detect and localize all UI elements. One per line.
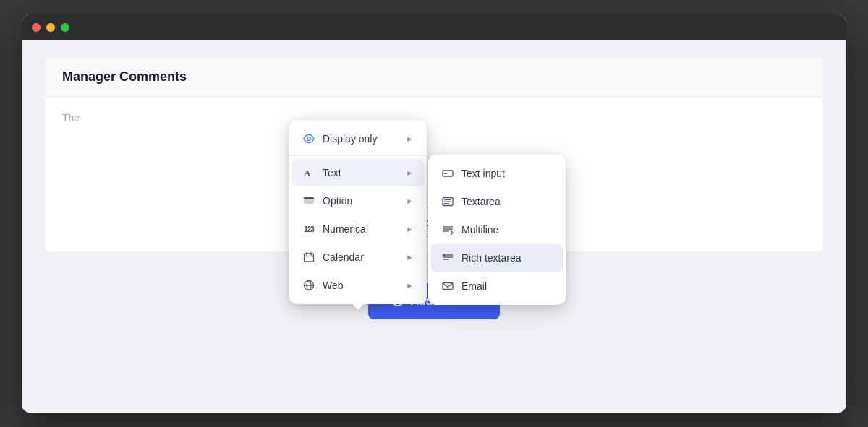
close-button[interactable] [32, 23, 41, 32]
email-icon [441, 280, 454, 293]
svg-point-3 [307, 137, 311, 141]
submenu-item-email[interactable]: Email [431, 272, 563, 300]
dropdown-container: Display only ► A Text ► [289, 120, 566, 305]
multiline-icon [441, 223, 454, 236]
multiline-label: Multiline [461, 224, 553, 236]
calendar-label: Calendar [323, 251, 399, 263]
maximize-button[interactable] [61, 23, 69, 32]
section-header: Manager Comments [45, 58, 823, 97]
submenu-item-multiline[interactable]: Multiline [431, 216, 563, 243]
svg-rect-9 [305, 254, 314, 262]
rich-textarea-icon [441, 251, 454, 264]
app-window: Manager Comments The Add element [22, 14, 846, 413]
svg-rect-7 [304, 202, 314, 202]
display-only-arrow: ► [406, 134, 414, 143]
menu-item-web[interactable]: Web ► [292, 272, 424, 299]
calendar-arrow: ► [406, 253, 414, 262]
text-input-label: Text input [461, 168, 553, 179]
title-bar [22, 14, 846, 40]
numerical-label: Numerical [323, 223, 399, 235]
textarea-label: Textarea [461, 196, 553, 207]
text-arrow: ► [406, 168, 414, 177]
text-input-icon [441, 167, 454, 180]
submenu: Text input Textarea [428, 155, 566, 305]
submenu-item-textarea[interactable]: Textarea [431, 188, 563, 215]
web-icon [302, 279, 315, 292]
svg-rect-6 [304, 200, 314, 201]
option-icon [302, 194, 315, 207]
menu-item-calendar[interactable]: Calendar ► [292, 243, 424, 271]
content-area: Manager Comments The Add element [22, 40, 846, 413]
numerical-arrow: ► [406, 225, 414, 233]
menu-item-display-only[interactable]: Display only ► [292, 125, 424, 152]
textarea-icon [441, 195, 454, 208]
svg-rect-5 [304, 197, 314, 199]
option-label: Option [323, 195, 399, 207]
svg-rect-8 [304, 203, 314, 204]
primary-menu: Display only ► A Text ► [289, 120, 427, 304]
web-label: Web [323, 280, 399, 291]
menu-item-numerical[interactable]: 123 Numerical ► [292, 215, 424, 243]
eye-icon [302, 132, 315, 145]
numerical-icon: 123 [302, 223, 315, 236]
display-only-label: Display only [323, 133, 399, 145]
option-arrow: ► [406, 197, 414, 205]
menu-pointer [352, 304, 364, 310]
divider-1 [289, 155, 427, 156]
section-title: Manager Comments [62, 69, 187, 84]
rich-textarea-label: Rich textarea [461, 252, 553, 264]
calendar-icon [302, 251, 315, 264]
text-label: Text [323, 167, 399, 178]
menu-item-option[interactable]: Option ► [292, 187, 424, 215]
text-icon: A [302, 166, 315, 179]
svg-text:A: A [304, 168, 311, 178]
menu-item-text[interactable]: A Text ► [292, 159, 424, 186]
placeholder-text: The [62, 112, 80, 124]
web-arrow: ► [406, 281, 414, 290]
minimize-button[interactable] [46, 23, 55, 32]
submenu-item-text-input[interactable]: Text input [431, 160, 563, 187]
email-label: Email [461, 280, 553, 292]
submenu-item-rich-textarea[interactable]: Rich textarea [431, 244, 563, 272]
